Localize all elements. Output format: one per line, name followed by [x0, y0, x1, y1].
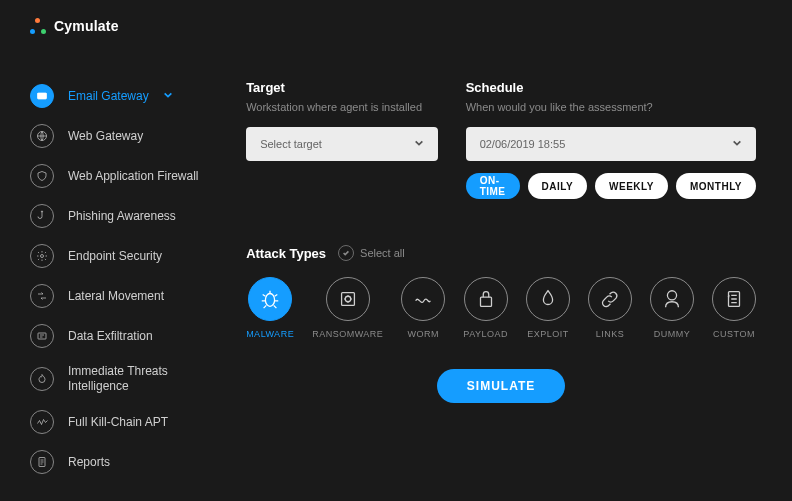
- target-select[interactable]: Select target: [246, 127, 438, 161]
- schedule-select[interactable]: 02/06/2019 18:55: [466, 127, 756, 161]
- safe-icon: [326, 277, 370, 321]
- sidebar-item-label: Endpoint Security: [68, 249, 162, 264]
- sidebar-item-full-kill-chain-apt[interactable]: Full Kill-Chain APT: [0, 402, 216, 442]
- sidebar-item-lateral-movement[interactable]: Lateral Movement: [0, 276, 216, 316]
- globe-icon: [30, 124, 54, 148]
- flame-icon: [30, 367, 54, 391]
- lateral-icon: [30, 284, 54, 308]
- chain-icon: [30, 410, 54, 434]
- svg-rect-7: [341, 293, 354, 306]
- attack-type-label: CUSTOM: [713, 329, 755, 339]
- report-icon: [30, 450, 54, 474]
- attack-type-links[interactable]: LINKS: [588, 277, 632, 339]
- attack-types-section: Attack Types Select all MALWARERANSOMWAR…: [246, 245, 756, 339]
- schedule-option-on-time[interactable]: ON-TIME: [466, 173, 520, 199]
- schedule-option-monthly[interactable]: MONTHLY: [676, 173, 756, 199]
- attack-type-exploit[interactable]: EXPLOIT: [526, 277, 570, 339]
- target-heading: Target: [246, 80, 438, 95]
- custom-icon: [712, 277, 756, 321]
- shield-icon: [30, 164, 54, 188]
- brand-name: Cymulate: [54, 18, 119, 34]
- chevron-down-icon: [163, 89, 173, 103]
- svg-point-6: [266, 294, 275, 307]
- sidebar-item-email-gateway[interactable]: Email Gateway: [0, 76, 216, 116]
- sidebar-item-label: Data Exfiltration: [68, 329, 153, 344]
- sidebar-item-label: Lateral Movement: [68, 289, 164, 304]
- sidebar-item-endpoint-security[interactable]: Endpoint Security: [0, 236, 216, 276]
- schedule-select-value: 02/06/2019 18:55: [480, 138, 566, 150]
- attack-types-heading: Attack Types: [246, 246, 326, 261]
- dummy-icon: [650, 277, 694, 321]
- schedule-frequency-group: ON-TIMEDAILYWEEKLYMONTHLY: [466, 173, 756, 199]
- sidebar-item-phishing-awareness[interactable]: Phishing Awareness: [0, 196, 216, 236]
- attack-type-label: MALWARE: [246, 329, 294, 339]
- attack-type-label: PAYLOAD: [463, 329, 508, 339]
- brand-logo: Cymulate: [30, 18, 119, 34]
- main-content: Target Workstation where agent is instal…: [216, 52, 792, 501]
- sidebar-item-label: Web Gateway: [68, 129, 143, 144]
- attack-type-ransomware[interactable]: RANSOMWARE: [312, 277, 383, 339]
- target-select-placeholder: Select target: [260, 138, 322, 150]
- attack-type-label: RANSOMWARE: [312, 329, 383, 339]
- sidebar-item-label: Full Kill-Chain APT: [68, 415, 168, 430]
- svg-point-10: [667, 291, 676, 300]
- select-all-label: Select all: [360, 247, 405, 259]
- attack-type-label: EXPLOIT: [527, 329, 569, 339]
- brand-mark-icon: [30, 18, 46, 34]
- sidebar-item-label: Immediate Threats Intelligence: [68, 364, 208, 394]
- schedule-section: Schedule When would you like the assessm…: [466, 80, 756, 199]
- attack-type-worm[interactable]: WORM: [401, 277, 445, 339]
- payload-icon: [464, 277, 508, 321]
- target-subhead: Workstation where agent is installed: [246, 101, 438, 113]
- chevron-down-icon: [414, 138, 424, 150]
- svg-point-3: [41, 255, 44, 258]
- hook-icon: [30, 204, 54, 228]
- sidebar-item-label: Phishing Awareness: [68, 209, 176, 224]
- check-icon: [338, 245, 354, 261]
- attack-types-list: MALWARERANSOMWAREWORMPAYLOADEXPLOITLINKS…: [246, 277, 756, 339]
- svg-point-8: [345, 296, 351, 302]
- app-header: Cymulate: [0, 0, 792, 52]
- simulate-button[interactable]: SIMULATE: [437, 369, 565, 403]
- select-all-toggle[interactable]: Select all: [338, 245, 405, 261]
- sidebar-item-reports[interactable]: Reports: [0, 442, 216, 482]
- attack-type-dummy[interactable]: DUMMY: [650, 277, 694, 339]
- sidebar-item-web-gateway[interactable]: Web Gateway: [0, 116, 216, 156]
- link-icon: [588, 277, 632, 321]
- attack-type-label: LINKS: [596, 329, 625, 339]
- sidebar-item-web-application-firewall[interactable]: Web Application Firewall: [0, 156, 216, 196]
- svg-rect-4: [38, 333, 46, 339]
- attack-type-label: WORM: [408, 329, 440, 339]
- schedule-heading: Schedule: [466, 80, 756, 95]
- schedule-option-daily[interactable]: DAILY: [528, 173, 588, 199]
- sidebar-item-immediate-threats-intelligence[interactable]: Immediate Threats Intelligence: [0, 356, 216, 402]
- attack-type-payload[interactable]: PAYLOAD: [463, 277, 508, 339]
- target-section: Target Workstation where agent is instal…: [246, 80, 438, 199]
- sidebar-item-label: Web Application Firewall: [68, 169, 199, 184]
- bug-icon: [248, 277, 292, 321]
- worm-icon: [401, 277, 445, 321]
- sidebar-item-data-exfiltration[interactable]: Data Exfiltration: [0, 316, 216, 356]
- sidebar-item-label: Reports: [68, 455, 110, 470]
- gear-icon: [30, 244, 54, 268]
- mail-icon: [30, 84, 54, 108]
- sidebar-item-label: Email Gateway: [68, 89, 149, 104]
- sidebar: Email GatewayWeb GatewayWeb Application …: [0, 52, 216, 501]
- chevron-down-icon: [732, 138, 742, 150]
- attack-type-malware[interactable]: MALWARE: [246, 277, 294, 339]
- schedule-subhead: When would you like the assessment?: [466, 101, 756, 113]
- svg-rect-9: [480, 297, 491, 306]
- exfil-icon: [30, 324, 54, 348]
- attack-type-label: DUMMY: [654, 329, 691, 339]
- exploit-icon: [526, 277, 570, 321]
- schedule-option-weekly[interactable]: WEEKLY: [595, 173, 668, 199]
- attack-type-custom[interactable]: CUSTOM: [712, 277, 756, 339]
